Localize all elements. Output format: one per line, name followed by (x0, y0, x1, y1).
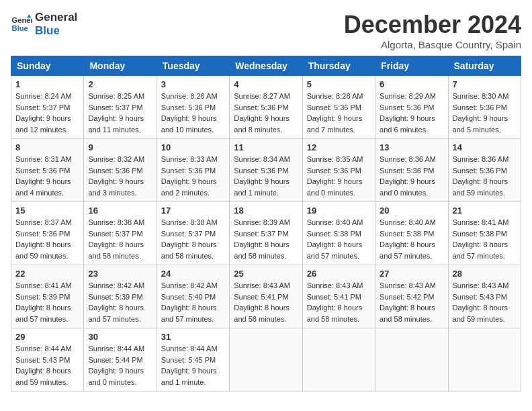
day-number: 26 (307, 269, 371, 279)
daylight-label: Daylight: 8 hours and 57 minutes. (380, 240, 435, 260)
sunrise-label: Sunrise: 8:27 AM (234, 92, 290, 100)
sunrise-label: Sunrise: 8:42 AM (88, 281, 144, 289)
sunrise-label: Sunrise: 8:38 AM (88, 218, 144, 226)
daylight-label: Daylight: 8 hours and 58 minutes. (380, 304, 435, 323)
day-number: 3 (161, 79, 225, 89)
day-info: Sunrise: 8:35 AM Sunset: 5:36 PM Dayligh… (307, 154, 371, 198)
sunset-label: Sunset: 5:36 PM (161, 167, 216, 175)
day-number: 27 (380, 269, 443, 279)
day-info: Sunrise: 8:40 AM Sunset: 5:38 PM Dayligh… (307, 217, 371, 261)
day-info: Sunrise: 8:43 AM Sunset: 5:41 PM Dayligh… (234, 280, 298, 324)
calendar-cell: 10 Sunrise: 8:33 AM Sunset: 5:36 PM Dayl… (157, 139, 229, 202)
day-number: 25 (234, 269, 298, 279)
day-info: Sunrise: 8:29 AM Sunset: 5:36 PM Dayligh… (380, 91, 443, 135)
calendar-cell: 26 Sunrise: 8:43 AM Sunset: 5:41 PM Dayl… (302, 265, 375, 328)
day-info: Sunrise: 8:42 AM Sunset: 5:40 PM Dayligh… (161, 280, 225, 324)
day-number: 11 (234, 142, 298, 152)
location-title: Algorta, Basque Country, Spain (344, 39, 521, 50)
col-saturday: Saturday (448, 56, 521, 76)
day-number: 2 (88, 79, 152, 89)
calendar-cell: 25 Sunrise: 8:43 AM Sunset: 5:41 PM Dayl… (230, 265, 302, 328)
header: General Blue General Blue December 2024 … (11, 11, 521, 50)
sunrise-label: Sunrise: 8:41 AM (453, 218, 509, 226)
calendar-cell: 23 Sunrise: 8:42 AM Sunset: 5:39 PM Dayl… (84, 265, 157, 328)
sunrise-label: Sunrise: 8:44 AM (88, 345, 144, 353)
calendar-cell (230, 328, 302, 392)
day-info: Sunrise: 8:38 AM Sunset: 5:37 PM Dayligh… (88, 217, 152, 261)
day-number: 6 (380, 79, 443, 89)
day-info: Sunrise: 8:27 AM Sunset: 5:36 PM Dayligh… (234, 91, 298, 135)
sunset-label: Sunset: 5:42 PM (380, 293, 434, 301)
daylight-label: Daylight: 8 hours and 58 minutes. (161, 240, 217, 260)
calendar-week-2: 8 Sunrise: 8:31 AM Sunset: 5:36 PM Dayli… (11, 139, 521, 202)
calendar-cell: 27 Sunrise: 8:43 AM Sunset: 5:42 PM Dayl… (375, 265, 448, 328)
daylight-label: Daylight: 8 hours and 58 minutes. (307, 304, 363, 323)
sunset-label: Sunset: 5:37 PM (15, 103, 70, 111)
calendar-week-4: 22 Sunrise: 8:41 AM Sunset: 5:39 PM Dayl… (11, 265, 521, 328)
calendar-cell (375, 328, 448, 392)
sunrise-label: Sunrise: 8:30 AM (453, 92, 509, 100)
daylight-label: Daylight: 9 hours and 2 minutes. (161, 177, 217, 197)
day-info: Sunrise: 8:41 AM Sunset: 5:38 PM Dayligh… (453, 217, 517, 261)
calendar-table: Sunday Monday Tuesday Wednesday Thursday… (11, 56, 521, 392)
calendar-cell: 11 Sunrise: 8:34 AM Sunset: 5:36 PM Dayl… (230, 139, 302, 202)
day-number: 28 (453, 269, 517, 279)
calendar-cell: 3 Sunrise: 8:26 AM Sunset: 5:36 PM Dayli… (157, 76, 229, 139)
col-tuesday: Tuesday (157, 56, 229, 76)
col-friday: Friday (375, 56, 448, 76)
daylight-label: Daylight: 8 hours and 59 minutes. (15, 367, 71, 386)
sunrise-label: Sunrise: 8:39 AM (234, 218, 290, 226)
calendar-cell: 13 Sunrise: 8:36 AM Sunset: 5:36 PM Dayl… (375, 139, 448, 202)
day-info: Sunrise: 8:34 AM Sunset: 5:36 PM Dayligh… (234, 154, 298, 198)
sunrise-label: Sunrise: 8:34 AM (234, 155, 290, 163)
sunrise-label: Sunrise: 8:43 AM (234, 281, 290, 289)
logo: General Blue General Blue (11, 11, 77, 38)
daylight-label: Daylight: 9 hours and 12 minutes. (15, 114, 71, 134)
daylight-label: Daylight: 9 hours and 1 minute. (234, 177, 290, 197)
calendar-cell: 15 Sunrise: 8:37 AM Sunset: 5:36 PM Dayl… (11, 202, 84, 265)
day-info: Sunrise: 8:26 AM Sunset: 5:36 PM Dayligh… (161, 91, 225, 135)
sunrise-label: Sunrise: 8:32 AM (88, 155, 144, 163)
sunrise-label: Sunrise: 8:36 AM (380, 155, 436, 163)
calendar-cell: 20 Sunrise: 8:40 AM Sunset: 5:38 PM Dayl… (375, 202, 448, 265)
sunrise-label: Sunrise: 8:31 AM (15, 155, 72, 163)
day-number: 30 (88, 332, 152, 342)
calendar-cell: 9 Sunrise: 8:32 AM Sunset: 5:36 PM Dayli… (84, 139, 157, 202)
calendar-week-1: 1 Sunrise: 8:24 AM Sunset: 5:37 PM Dayli… (11, 76, 521, 139)
daylight-label: Daylight: 8 hours and 57 minutes. (15, 304, 71, 323)
day-info: Sunrise: 8:38 AM Sunset: 5:37 PM Dayligh… (161, 217, 225, 261)
day-info: Sunrise: 8:37 AM Sunset: 5:36 PM Dayligh… (15, 217, 79, 261)
sunset-label: Sunset: 5:38 PM (453, 230, 507, 238)
day-number: 8 (15, 142, 79, 152)
calendar-cell: 7 Sunrise: 8:30 AM Sunset: 5:36 PM Dayli… (448, 76, 521, 139)
col-monday: Monday (84, 56, 157, 76)
daylight-label: Daylight: 9 hours and 10 minutes. (161, 114, 217, 134)
calendar-cell: 8 Sunrise: 8:31 AM Sunset: 5:36 PM Dayli… (11, 139, 84, 202)
day-number: 15 (15, 205, 79, 216)
col-thursday: Thursday (302, 56, 375, 76)
sunset-label: Sunset: 5:36 PM (380, 103, 434, 111)
daylight-label: Daylight: 8 hours and 58 minutes. (234, 240, 290, 260)
day-number: 16 (88, 205, 152, 216)
calendar-cell: 29 Sunrise: 8:44 AM Sunset: 5:43 PM Dayl… (11, 328, 84, 392)
daylight-label: Daylight: 9 hours and 6 minutes. (380, 114, 435, 134)
calendar-cell: 28 Sunrise: 8:43 AM Sunset: 5:43 PM Dayl… (448, 265, 521, 328)
daylight-label: Daylight: 9 hours and 1 minute. (161, 367, 217, 386)
sunset-label: Sunset: 5:36 PM (453, 103, 507, 111)
daylight-label: Daylight: 8 hours and 57 minutes. (307, 240, 363, 260)
calendar-cell: 16 Sunrise: 8:38 AM Sunset: 5:37 PM Dayl… (84, 202, 157, 265)
calendar-cell: 30 Sunrise: 8:44 AM Sunset: 5:44 PM Dayl… (84, 328, 157, 392)
day-info: Sunrise: 8:33 AM Sunset: 5:36 PM Dayligh… (161, 154, 225, 198)
day-number: 31 (161, 332, 225, 342)
day-number: 29 (15, 332, 79, 342)
daylight-label: Daylight: 9 hours and 11 minutes. (88, 114, 144, 134)
daylight-label: Daylight: 9 hours and 8 minutes. (234, 114, 290, 134)
sunset-label: Sunset: 5:36 PM (15, 230, 70, 238)
day-number: 5 (307, 79, 371, 89)
day-number: 4 (234, 79, 298, 89)
day-info: Sunrise: 8:31 AM Sunset: 5:36 PM Dayligh… (15, 154, 79, 198)
sunrise-label: Sunrise: 8:43 AM (380, 281, 436, 289)
sunset-label: Sunset: 5:39 PM (88, 293, 142, 301)
month-title: December 2024 (344, 11, 521, 39)
header-row: Sunday Monday Tuesday Wednesday Thursday… (11, 56, 521, 76)
